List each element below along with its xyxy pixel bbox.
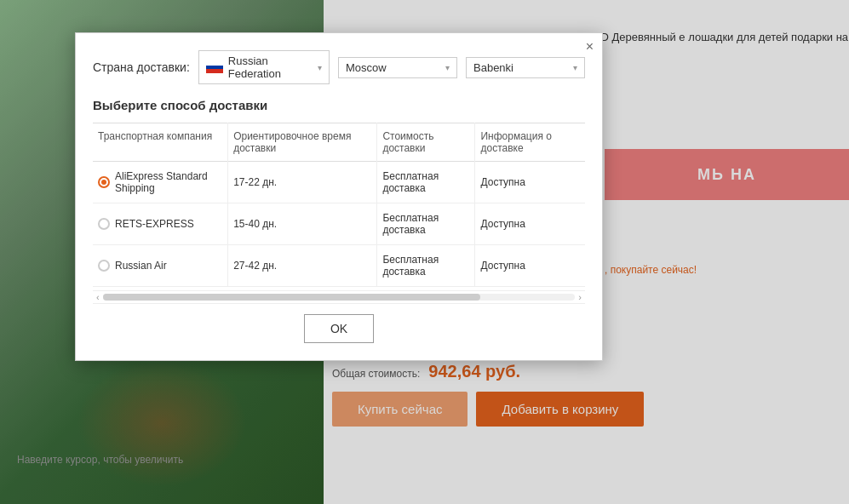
shipping-table: Транспортная компания Ориентировочное вр…	[93, 123, 585, 287]
close-button[interactable]: ×	[586, 40, 594, 54]
radio-button[interactable]	[98, 260, 110, 272]
radio-button[interactable]	[98, 218, 110, 230]
table-row[interactable]: Russian Air27-42 дн.Бесплатная доставкаД…	[93, 245, 585, 287]
city-selector[interactable]: Moscow ▾	[338, 57, 457, 78]
company-cell[interactable]: Russian Air	[93, 245, 228, 287]
company-name: AliExpress Standard Shipping	[115, 170, 222, 194]
time-cell: 27-42 дн.	[228, 245, 377, 287]
district-selector[interactable]: Babenki ▾	[466, 57, 585, 78]
company-name: Russian Air	[115, 260, 167, 272]
radio-button[interactable]	[98, 176, 110, 188]
col-header-cost: Стоимость доставки	[377, 123, 475, 162]
cost-cell: Бесплатная доставка	[377, 245, 475, 287]
city-dropdown-arrow: ▾	[445, 63, 450, 72]
company-cell[interactable]: RETS-EXPRESS	[93, 203, 228, 245]
info-cell: Доступна	[475, 245, 585, 287]
cost-cell: Бесплатная доставка	[377, 203, 475, 245]
district-value: Babenki	[473, 61, 568, 74]
company-name: RETS-EXPRESS	[115, 218, 194, 230]
info-cell: Доступна	[475, 203, 585, 245]
company-cell[interactable]: AliExpress Standard Shipping	[93, 162, 228, 203]
scroll-thumb[interactable]	[103, 294, 481, 301]
country-selector[interactable]: Russian Federation ▾	[198, 50, 330, 84]
city-value: Moscow	[346, 61, 440, 74]
table-row[interactable]: RETS-EXPRESS15-40 дн.Бесплатная доставка…	[93, 203, 585, 245]
table-row[interactable]: AliExpress Standard Shipping17-22 дн.Бес…	[93, 162, 585, 203]
time-cell: 17-22 дн.	[228, 162, 377, 203]
col-header-company: Транспортная компания	[93, 123, 228, 162]
country-label: Страна доставки:	[93, 60, 190, 74]
col-header-time: Ориентировочное время доставки	[228, 123, 377, 162]
col-header-info: Информация о доставке	[475, 123, 585, 162]
country-dropdown-arrow: ▾	[318, 63, 322, 72]
dialog-header: Страна доставки: Russian Federation ▾ Mo…	[93, 50, 585, 84]
scroll-left-icon[interactable]: ‹	[93, 292, 103, 302]
table-header-row: Транспортная компания Ориентировочное вр…	[93, 123, 585, 162]
scrollbar[interactable]: ‹ ›	[93, 290, 585, 304]
cost-cell: Бесплатная доставка	[377, 162, 475, 203]
dialog-footer: OK	[93, 314, 585, 343]
ok-button[interactable]: OK	[304, 314, 374, 343]
country-value: Russian Federation	[228, 54, 313, 80]
section-title: Выберите способ доставки	[93, 98, 585, 112]
district-dropdown-arrow: ▾	[573, 63, 577, 72]
info-cell: Доступна	[475, 162, 585, 203]
time-cell: 15-40 дн.	[228, 203, 377, 245]
scroll-track	[103, 294, 576, 301]
shipping-dialog: × Страна доставки: Russian Federation ▾ …	[75, 32, 603, 361]
russia-flag-icon	[206, 61, 223, 73]
scroll-right-icon[interactable]: ›	[575, 292, 585, 302]
